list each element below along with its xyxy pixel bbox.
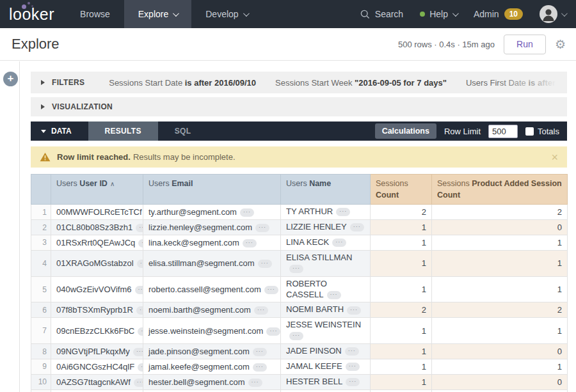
gear-icon[interactable]: ⚙	[555, 38, 566, 51]
cell-menu-icon[interactable]: ···	[350, 223, 364, 231]
row-limit-input[interactable]	[488, 125, 518, 138]
cell-menu-icon[interactable]: ···	[289, 332, 303, 340]
email-cell-value: hester.bell@segment.com	[148, 377, 245, 387]
row-number: 5	[31, 276, 51, 302]
user-id-cell: 09NGVtjPfLPkqxMy···	[51, 344, 143, 359]
cell-menu-icon[interactable]: ···	[253, 363, 267, 372]
cell-menu-icon[interactable]: ···	[138, 327, 143, 336]
filter-item[interactable]: Sessions Start Date is after 2016/09/10	[109, 78, 256, 88]
column-header-count[interactable]: Sessions Count	[371, 175, 432, 205]
cell-menu-icon[interactable]: ···	[253, 348, 267, 356]
cell-menu-icon[interactable]: ···	[289, 265, 303, 273]
nav-item-browse[interactable]: Browse	[66, 0, 124, 28]
column-header-name[interactable]: Users Name	[281, 175, 371, 205]
main-content: FILTERS Sessions Start Date is after 201…	[31, 72, 567, 392]
user-menu[interactable]	[540, 5, 566, 23]
cell-menu-icon[interactable]: ···	[137, 260, 143, 268]
help-menu[interactable]: Help	[420, 9, 457, 19]
row-number: 1	[31, 205, 51, 220]
count-cell-value: 1	[422, 362, 426, 372]
count-cell-value: 1	[422, 326, 426, 336]
cell-menu-icon[interactable]: ···	[138, 363, 143, 372]
email-cell-value: ty.arthur@segment.com	[148, 207, 237, 217]
cell-menu-icon[interactable]: ···	[345, 347, 359, 356]
tab-results[interactable]: RESULTS	[88, 122, 158, 141]
visualization-label[interactable]: VISUALIZATION	[52, 102, 113, 111]
table-row: 809NGVtjPfLPkqxMy···jade.pinson@segment.…	[31, 344, 568, 359]
cell-menu-icon[interactable]: ···	[327, 291, 341, 299]
fade-overlay	[497, 72, 567, 93]
data-section-toggle[interactable]: DATA	[31, 122, 88, 141]
user-id-cell-value: 040wGzEivVOVifm6	[56, 285, 132, 294]
table-row: 90Ai6GNCGszHC4qlF···jamal.keefe@segment.…	[31, 359, 568, 375]
collapse-arrow-icon[interactable]	[41, 104, 45, 109]
cell-menu-icon[interactable]: ···	[248, 379, 262, 387]
cell-menu-icon[interactable]: ···	[346, 363, 360, 371]
name-cell-value: ROBERTO CASSELL	[286, 279, 327, 299]
looker-logo[interactable]: looker	[0, 0, 66, 28]
column-group-label: Users	[286, 179, 309, 188]
product-added-cell-value: 0	[557, 223, 562, 232]
run-button[interactable]: Run	[504, 35, 546, 54]
cell-menu-icon[interactable]: ···	[258, 260, 272, 268]
cell-menu-icon[interactable]: ···	[266, 327, 280, 336]
cell-menu-icon[interactable]: ···	[346, 378, 360, 386]
row-number: 3	[31, 235, 51, 251]
email-cell: ty.arthur@segment.com···	[143, 205, 281, 220]
cell-menu-icon[interactable]: ···	[264, 286, 278, 294]
cell-menu-icon[interactable]: ···	[347, 306, 361, 315]
filter-field: Sessions Start Week	[275, 78, 355, 88]
email-cell-value: elisa.stillman@segment.com	[148, 258, 255, 268]
user-id-cell: 0Ai6GNCGszHC4qlF···	[51, 359, 143, 375]
filters-label[interactable]: FILTERS	[52, 78, 84, 87]
tab-sql[interactable]: SQL	[158, 122, 208, 141]
search-button[interactable]: Search	[360, 9, 403, 19]
table-row: 607f8bTSXmRyprb1R···noemi.barth@segment.…	[31, 302, 568, 318]
user-id-cell: 0bE3ru0WCg5LauWM···	[51, 389, 143, 392]
column-header-user-id[interactable]: Users User ID∧	[51, 175, 143, 205]
totals-toggle[interactable]: Totals	[525, 127, 559, 136]
filter-item[interactable]: Sessions Start Week "2016-09-05 for 7 da…	[275, 78, 447, 88]
user-id-cell: 07f8bTSXmRyprb1R···	[51, 302, 143, 318]
admin-menu[interactable]: Admin 10	[474, 8, 523, 20]
name-cell-value: NOEMI BARTH	[286, 304, 344, 314]
collapse-arrow-icon[interactable]	[41, 80, 45, 85]
nav-item-explore[interactable]: Explore	[124, 0, 191, 28]
table-row: 110bE3ru0WCg5LauWM···concepcion.packard@…	[31, 389, 568, 392]
cell-menu-icon[interactable]: ···	[332, 239, 346, 247]
calculations-button[interactable]: Calculations	[375, 123, 436, 139]
cell-menu-icon[interactable]: ···	[254, 306, 268, 315]
column-group-label: Sessions	[376, 179, 408, 188]
email-cell: jesse.weinstein@segment.com···	[143, 318, 281, 344]
name-cell: CONCEPCION PACKARD···	[281, 389, 371, 392]
cell-menu-icon[interactable]: ···	[240, 208, 254, 217]
cell-menu-icon[interactable]: ···	[135, 286, 143, 294]
close-icon[interactable]: ×	[551, 152, 558, 163]
name-cell: JADE PINSON···	[281, 344, 371, 359]
cell-menu-icon[interactable]: ···	[243, 239, 257, 247]
filter-condition: "2016-09-05 for 7 days"	[355, 78, 447, 88]
collapse-arrow-icon	[41, 130, 46, 133]
user-icon	[540, 5, 557, 23]
column-header-email[interactable]: Users Email	[143, 175, 281, 205]
totals-checkbox[interactable]	[525, 127, 534, 136]
cell-menu-icon[interactable]: ···	[133, 348, 143, 356]
cell-menu-icon[interactable]: ···	[134, 379, 143, 387]
add-field-button[interactable]: +	[3, 72, 18, 86]
count-cell: 1	[371, 220, 432, 235]
nav-item-develop[interactable]: Develop	[191, 0, 261, 28]
name-cell-value: LINA KECK	[286, 237, 329, 247]
looker-logo-text: looker	[9, 5, 54, 24]
cell-menu-icon[interactable]: ···	[255, 224, 269, 232]
cell-menu-icon[interactable]: ···	[138, 239, 143, 247]
count-cell-value: 2	[422, 305, 426, 315]
row-number: 2	[31, 220, 51, 235]
cell-menu-icon[interactable]: ···	[136, 224, 143, 232]
column-header-product-added-session-count[interactable]: Sessions Product Added Session Count	[432, 175, 568, 205]
row-number-value: 3	[42, 238, 47, 247]
cell-menu-icon[interactable]: ···	[136, 306, 143, 315]
cell-menu-icon[interactable]: ···	[336, 208, 350, 216]
email-cell: noemi.barth@segment.com···	[143, 302, 281, 318]
email-cell-value: jesse.weinstein@segment.com	[148, 326, 263, 336]
nav-item-label: Develop	[205, 9, 238, 19]
